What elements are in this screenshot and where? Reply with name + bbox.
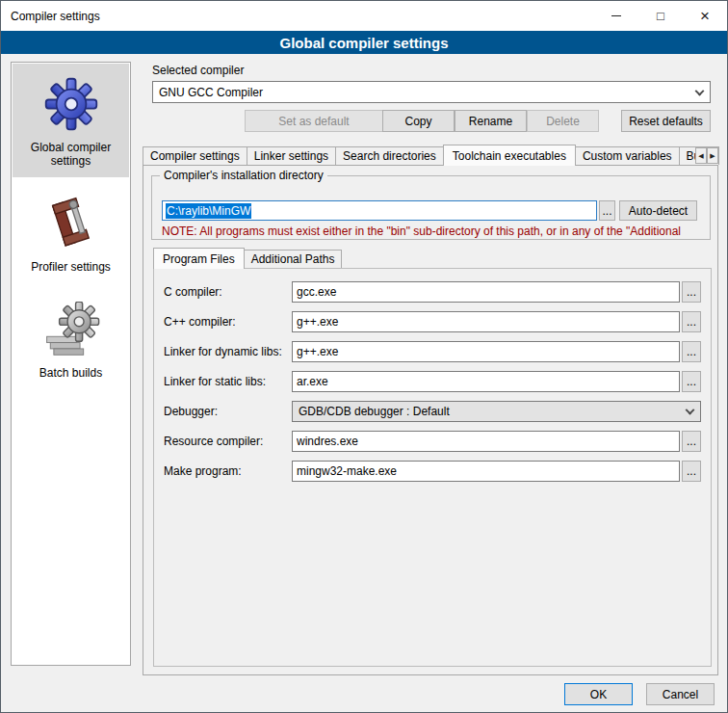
close-button[interactable]: ×: [683, 1, 727, 31]
field-label: C++ compiler:: [164, 311, 292, 332]
tab-label: Linker settings: [254, 149, 328, 163]
resource-compiler-input[interactable]: [292, 431, 680, 452]
debugger-select[interactable]: GDB/CDB debugger : Default: [292, 401, 701, 422]
window-title: Compiler settings: [1, 10, 100, 23]
installation-directory-input[interactable]: C:\raylib\MinGW: [162, 200, 597, 221]
reset-defaults-label: Reset defaults: [629, 115, 703, 128]
subtab-label: Program Files: [163, 252, 235, 266]
tab-search-directories[interactable]: Search directories: [335, 146, 444, 165]
subtab-additional-paths[interactable]: Additional Paths: [244, 250, 343, 268]
reset-defaults-button[interactable]: Reset defaults: [621, 110, 711, 132]
close-icon: ×: [700, 7, 710, 26]
settings-tab-bar: Compiler settings Linker settings Search…: [143, 145, 718, 165]
subtab-program-files[interactable]: Program Files: [153, 248, 245, 269]
browse-c-compiler-button[interactable]: ...: [682, 281, 701, 303]
tab-custom-variables[interactable]: Custom variables: [575, 146, 680, 165]
compiler-settings-dialog: Compiler settings □ × Global compiler se…: [0, 0, 728, 713]
maximize-button[interactable]: □: [638, 1, 683, 31]
browse-directory-button[interactable]: ...: [599, 200, 615, 221]
copy-label: Copy: [404, 115, 431, 128]
dialog-header-title: Global compiler settings: [279, 35, 448, 51]
auto-detect-button[interactable]: Auto-detect: [619, 200, 697, 221]
set-as-default-label: Set as default: [278, 115, 349, 128]
browse-dynamic-linker-button[interactable]: ...: [682, 341, 701, 362]
subtab-label: Additional Paths: [251, 252, 335, 266]
note-text: NOTE: All programs must exist either in …: [162, 224, 706, 238]
field-label: C compiler:: [164, 281, 292, 303]
field-label: Linker for dynamic libs:: [164, 341, 292, 362]
tab-label: Search directories: [343, 149, 436, 163]
form-row-static-linker: Linker for static libs: ...: [164, 371, 701, 392]
maximize-icon: □: [657, 9, 664, 23]
tab-toolchain-executables[interactable]: Toolchain executables: [443, 145, 576, 166]
selected-compiler-combobox[interactable]: GNU GCC Compiler: [152, 81, 711, 103]
sidebar-item-batch-builds[interactable]: Batch builds: [13, 289, 129, 389]
field-label: Make program:: [164, 461, 292, 482]
installation-directory-groupbox: Compiler's installation directory C:\ray…: [151, 175, 711, 240]
ellipsis-icon: ...: [687, 285, 696, 299]
ellipsis-icon: ...: [602, 204, 611, 218]
form-row-debugger: Debugger: GDB/CDB debugger : Default: [164, 401, 701, 422]
rename-button[interactable]: Rename: [455, 110, 527, 132]
browse-static-linker-button[interactable]: ...: [682, 371, 701, 392]
delete-label: Delete: [546, 115, 580, 128]
browse-cpp-compiler-button[interactable]: ...: [682, 311, 701, 332]
ellipsis-icon: ...: [687, 315, 696, 329]
field-label: Debugger:: [164, 401, 292, 422]
sidebar-item-label: Batch builds: [39, 366, 102, 380]
static-linker-input[interactable]: [292, 371, 680, 392]
set-as-default-button[interactable]: Set as default: [245, 110, 383, 132]
browse-resource-compiler-button[interactable]: ...: [682, 431, 701, 452]
form-row-c-compiler: C compiler: ...: [164, 281, 701, 303]
gray-gears-icon: [40, 301, 102, 358]
tab-linker-settings[interactable]: Linker settings: [247, 146, 336, 165]
field-label: Linker for static libs:: [164, 371, 292, 392]
cpp-compiler-input[interactable]: [292, 311, 680, 332]
installation-directory-value: C:\raylib\MinGW: [166, 203, 251, 219]
c-compiler-input[interactable]: [292, 281, 680, 303]
selected-compiler-value: GNU GCC Compiler: [159, 86, 263, 99]
sidebar-item-profiler-settings[interactable]: Profiler settings: [13, 183, 129, 283]
sidebar-item-global-compiler-settings[interactable]: Global compiler settings: [13, 64, 129, 177]
chevron-down-icon: [695, 86, 705, 95]
caption-buttons: □ ×: [594, 1, 727, 31]
program-files-panel: C compiler: ... C++ compiler: ... Linker…: [153, 268, 712, 667]
sidebar-item-label: Global compiler settings: [16, 141, 125, 168]
chevron-down-icon: [686, 406, 695, 415]
form-row-resource-compiler: Resource compiler: ...: [164, 431, 701, 452]
tab-scroll-right-button[interactable]: ▶: [707, 147, 718, 164]
selected-compiler-label: Selected compiler: [152, 64, 244, 77]
minimize-icon: [611, 15, 621, 16]
make-program-input[interactable]: [292, 461, 680, 482]
auto-detect-label: Auto-detect: [629, 204, 688, 218]
tab-label: Compiler settings: [150, 149, 240, 163]
blue-gear-icon: [40, 75, 102, 133]
browse-make-program-button[interactable]: ...: [682, 461, 701, 482]
cancel-label: Cancel: [663, 688, 698, 701]
form-row-dynamic-linker: Linker for dynamic libs: ...: [164, 341, 701, 362]
scroll-left-icon: ◀: [698, 152, 703, 160]
rename-label: Rename: [469, 115, 512, 128]
toolchain-executables-panel: Compiler's installation directory C:\ray…: [143, 165, 718, 675]
ellipsis-icon: ...: [687, 375, 696, 388]
cancel-button[interactable]: Cancel: [646, 683, 715, 705]
tab-label: Toolchain executables: [453, 149, 566, 163]
installation-directory-group-title: Compiler's installation directory: [160, 169, 327, 182]
sidebar-item-label: Profiler settings: [31, 260, 111, 274]
copy-button[interactable]: Copy: [382, 110, 455, 132]
tab-scroll-left-button[interactable]: ◀: [695, 147, 707, 164]
ok-button[interactable]: OK: [564, 683, 633, 705]
dialog-header: Global compiler settings: [1, 31, 727, 54]
minimize-button[interactable]: [594, 1, 638, 31]
delete-button[interactable]: Delete: [527, 110, 599, 132]
ellipsis-icon: ...: [687, 435, 696, 448]
form-row-cpp-compiler: C++ compiler: ...: [164, 311, 701, 332]
tab-label: Custom variables: [583, 149, 672, 163]
form-row-make-program: Make program: ...: [164, 461, 701, 482]
field-label: Resource compiler:: [164, 431, 292, 452]
tab-compiler-settings[interactable]: Compiler settings: [143, 146, 247, 165]
dynamic-linker-input[interactable]: [292, 341, 680, 362]
titlebar: Compiler settings □ ×: [1, 1, 727, 31]
scroll-right-icon: ▶: [710, 152, 715, 160]
settings-category-sidebar: Global compiler settings Profiler settin…: [11, 62, 131, 666]
